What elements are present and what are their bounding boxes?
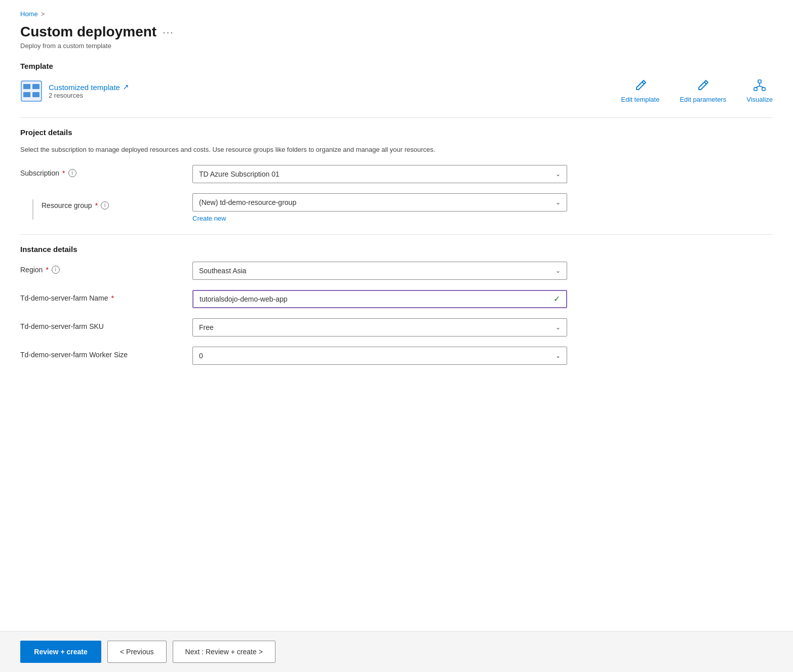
server-farm-name-label: Td-demo-server-farm Name *: [20, 290, 182, 302]
edit-parameters-button[interactable]: Edit parameters: [680, 78, 726, 103]
visualize-button[interactable]: Visualize: [746, 78, 773, 103]
breadcrumb-separator: >: [41, 10, 45, 18]
server-farm-sku-dropdown[interactable]: Free ⌄: [192, 318, 567, 337]
project-description: Select the subscription to manage deploy…: [20, 145, 773, 155]
subscription-dropdown[interactable]: TD Azure Subscription 01 ⌄: [192, 165, 567, 183]
more-options-icon[interactable]: ···: [163, 26, 174, 38]
edit-parameters-icon: [696, 78, 710, 93]
region-row: Region * i Southeast Asia ⌄: [20, 262, 773, 280]
svg-line-9: [756, 86, 760, 88]
resource-group-value: (New) td-demo-resource-group: [199, 198, 296, 206]
server-farm-sku-chevron-icon: ⌄: [556, 324, 561, 331]
footer-bar: Review + create < Previous Next : Review…: [0, 631, 793, 672]
worker-size-dropdown[interactable]: 0 ⌄: [192, 347, 567, 365]
server-farm-sku-label: Td-demo-server-farm SKU: [20, 318, 182, 330]
template-info: Customized template ↗ 2 resources: [20, 80, 129, 102]
server-farm-name-row: Td-demo-server-farm Name * tutorialsdojo…: [20, 290, 773, 308]
template-icon: [20, 80, 43, 102]
previous-button[interactable]: < Previous: [107, 641, 167, 663]
project-details-section: Project details Select the subscription …: [20, 128, 773, 222]
subscription-value: TD Azure Subscription 01: [199, 170, 280, 178]
worker-size-chevron-icon: ⌄: [556, 352, 561, 359]
indent-line: [32, 199, 33, 220]
home-link[interactable]: Home: [20, 10, 38, 18]
server-farm-sku-value: Free: [199, 323, 214, 331]
template-text: Customized template ↗ 2 resources: [49, 82, 129, 99]
svg-rect-1: [23, 84, 30, 89]
worker-size-label: Td-demo-server-farm Worker Size: [20, 347, 182, 359]
worker-size-control-wrapper: 0 ⌄: [192, 347, 567, 365]
server-farm-name-input[interactable]: tutorialsdojo-demo-web-app ✓: [192, 290, 567, 308]
resource-group-row: Resource group * i (New) td-demo-resourc…: [20, 193, 773, 222]
edit-template-label: Edit template: [621, 96, 660, 103]
review-create-button[interactable]: Review + create: [20, 641, 101, 663]
resource-group-control-wrapper: (New) td-demo-resource-group ⌄ Create ne…: [192, 193, 567, 222]
create-new-link[interactable]: Create new: [192, 215, 567, 222]
svg-line-10: [760, 86, 764, 88]
region-control-wrapper: Southeast Asia ⌄: [192, 262, 567, 280]
region-required: *: [46, 266, 48, 274]
valid-check-icon: ✓: [553, 294, 560, 304]
server-farm-name-control-wrapper: tutorialsdojo-demo-web-app ✓: [192, 290, 567, 308]
region-label: Region * i: [20, 262, 182, 274]
subscription-info-icon[interactable]: i: [68, 169, 76, 177]
edit-parameters-label: Edit parameters: [680, 96, 726, 103]
server-farm-sku-control-wrapper: Free ⌄: [192, 318, 567, 337]
template-section: Template Custo: [20, 62, 773, 103]
region-info-icon[interactable]: i: [52, 266, 60, 274]
section-divider-1: [20, 117, 773, 118]
svg-rect-7: [762, 88, 765, 91]
resource-group-chevron-icon: ⌄: [556, 199, 561, 206]
template-row: Customized template ↗ 2 resources: [20, 78, 773, 103]
resource-group-label: Resource group * i: [20, 193, 182, 220]
project-details-title: Project details: [20, 128, 773, 137]
subscription-control-wrapper: TD Azure Subscription 01 ⌄: [192, 165, 567, 183]
subscription-label: Subscription * i: [20, 165, 182, 177]
indent-wrapper: Resource group * i: [32, 197, 109, 220]
server-farm-sku-row: Td-demo-server-farm SKU Free ⌄: [20, 318, 773, 337]
resource-group-info-icon[interactable]: i: [101, 201, 109, 209]
subscription-chevron-icon: ⌄: [556, 171, 561, 178]
template-resources: 2 resources: [49, 92, 129, 99]
edit-template-icon: [633, 78, 648, 93]
next-button[interactable]: Next : Review + create >: [173, 641, 275, 663]
main-content: Home > Custom deployment ··· Deploy from…: [0, 0, 793, 631]
worker-size-value: 0: [199, 352, 203, 360]
visualize-label: Visualize: [746, 96, 773, 103]
svg-rect-4: [32, 92, 39, 97]
svg-rect-3: [23, 92, 30, 97]
page-subtitle: Deploy from a custom template: [20, 42, 773, 50]
page-header: Custom deployment ···: [20, 24, 773, 40]
template-name-link[interactable]: Customized template ↗: [49, 82, 129, 92]
section-divider-2: [20, 234, 773, 235]
template-actions: Edit template Edit parameters: [621, 78, 773, 103]
subscription-required: *: [62, 169, 65, 177]
svg-rect-2: [32, 84, 39, 89]
page-title: Custom deployment: [20, 24, 156, 40]
resource-group-dropdown[interactable]: (New) td-demo-resource-group ⌄: [192, 193, 567, 212]
region-dropdown[interactable]: Southeast Asia ⌄: [192, 262, 567, 280]
region-value: Southeast Asia: [199, 267, 246, 275]
external-link-icon: ↗: [123, 82, 129, 92]
region-chevron-icon: ⌄: [556, 267, 561, 274]
svg-rect-5: [758, 80, 761, 83]
template-section-title: Template: [20, 62, 773, 70]
svg-rect-6: [754, 88, 757, 91]
breadcrumb: Home >: [20, 10, 773, 18]
instance-details-title: Instance details: [20, 245, 773, 254]
worker-size-row: Td-demo-server-farm Worker Size 0 ⌄: [20, 347, 773, 365]
edit-template-button[interactable]: Edit template: [621, 78, 660, 103]
subscription-row: Subscription * i TD Azure Subscription 0…: [20, 165, 773, 183]
visualize-icon: [752, 78, 767, 93]
server-farm-name-required: *: [111, 294, 113, 302]
page-wrapper: Home > Custom deployment ··· Deploy from…: [0, 0, 793, 672]
server-farm-name-value: tutorialsdojo-demo-web-app: [200, 295, 288, 303]
resource-group-required: *: [95, 201, 98, 209]
instance-details-section: Instance details Region * i Southeast As…: [20, 245, 773, 365]
